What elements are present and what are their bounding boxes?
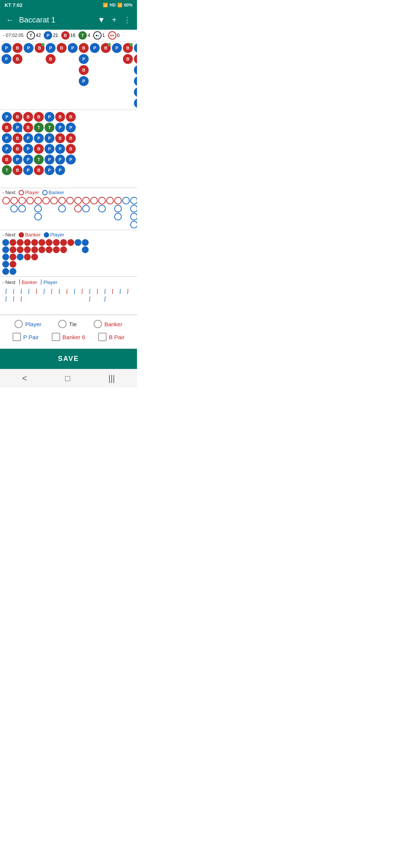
app-bar: ← Baccarat 1 ▼ + ⋮	[0, 10, 137, 30]
add-button[interactable]: +	[110, 14, 118, 26]
slash-road: / / / / / / / / / / / / /	[2, 288, 135, 303]
bpair-bet[interactable]: B Pair	[98, 333, 124, 341]
app-title: Baccarat 1	[19, 16, 92, 24]
banker6-checkbox[interactable]	[52, 333, 60, 341]
small-road-section: - Next Banker Player	[0, 230, 137, 277]
banker6-bet[interactable]: Banker 6	[52, 333, 85, 341]
stats-time: - 07:02:05	[3, 33, 24, 38]
back-nav-button[interactable]: <	[22, 373, 27, 383]
player-bet[interactable]: Player	[14, 320, 41, 328]
next-label-3: - Next / Banker / Player	[2, 278, 135, 286]
bet-row-1: Player Tie Banker	[6, 320, 131, 328]
home-nav-button[interactable]: □	[65, 373, 70, 383]
nav-bar: < □ |||	[0, 369, 137, 387]
stats-row: - 07:02:05 T 42 P 21 B 16 T 4 ●● 1 ●● 0	[0, 30, 137, 41]
filled-circles-road	[2, 239, 135, 275]
player-radio[interactable]	[14, 320, 23, 328]
tie-bet[interactable]: Tie	[58, 320, 76, 328]
stat-ppair: ●● 1	[93, 31, 105, 40]
next-label-1: - Next Player Banker	[2, 190, 135, 195]
save-button[interactable]: SAVE	[0, 349, 137, 369]
big-eye-road-section: - Next Player Banker	[0, 188, 137, 230]
recent-nav-button[interactable]: |||	[108, 373, 115, 383]
dropdown-button[interactable]: ▼	[96, 14, 107, 26]
stat-tie: T 4	[78, 31, 90, 40]
cockroach-road-section: - Next / Banker / Player / / / / / / / /	[0, 277, 137, 315]
bead-road-section: P P B B P B P B B P B P B P P	[0, 41, 137, 110]
ppair-bet[interactable]: P Pair	[13, 333, 39, 341]
stat-total: T 42	[27, 31, 41, 40]
betting-area: Player Tie Banker P Pair Banker 6 B Pair	[0, 315, 137, 349]
stat-player: P 21	[44, 31, 58, 40]
bpair-checkbox[interactable]	[98, 333, 107, 341]
bead-road-grid: P P B B P B P B B P B P B P P	[1, 43, 136, 108]
ppair-checkbox[interactable]	[13, 333, 21, 341]
menu-button[interactable]: ⋮	[122, 14, 132, 26]
small-bead-grid: P B B B P B B B P B T T P P P B P P P B …	[2, 112, 135, 186]
tie-radio[interactable]	[58, 320, 67, 328]
open-circles-road	[2, 197, 135, 228]
stat-bpair: ●● 0	[108, 31, 120, 40]
stat-banker: B 16	[61, 31, 75, 40]
status-time: KT 7:02	[5, 2, 22, 8]
banker-radio[interactable]	[94, 320, 102, 328]
status-bar: KT 7:02 📶 HD 📶 60%	[0, 0, 137, 10]
bet-row-2: P Pair Banker 6 B Pair	[6, 333, 131, 341]
next-label-2: - Next Banker Player	[2, 232, 135, 238]
small-bead-road-section: P B B B P B B B P B T T P P P B P P P B …	[0, 110, 137, 188]
banker-bet[interactable]: Banker	[94, 320, 123, 328]
status-icons: 📶 HD 📶 60%	[103, 3, 132, 8]
back-button[interactable]: ←	[5, 14, 15, 26]
